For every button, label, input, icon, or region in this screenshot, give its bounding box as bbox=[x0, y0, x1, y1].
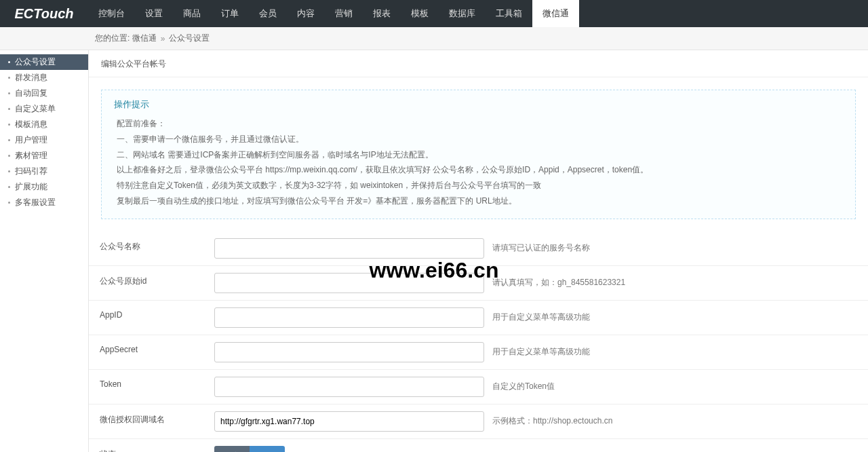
hint-title: 操作提示 bbox=[114, 98, 843, 111]
topbar: ECTouch 控制台设置商品订单会员内容营销报表模板数据库工具箱微信通 bbox=[0, 0, 868, 27]
label-appsecret: AppSecret bbox=[89, 335, 214, 369]
topnav-item-8[interactable]: 模板 bbox=[401, 0, 439, 27]
label-appid: AppID bbox=[89, 301, 214, 335]
topnav-item-11[interactable]: 微信通 bbox=[532, 0, 579, 27]
help-name: 请填写已认证的服务号名称 bbox=[492, 242, 590, 254]
sidebar-item-1[interactable]: 群发消息 bbox=[0, 70, 88, 86]
logo-text: ECTouch bbox=[14, 6, 73, 22]
form: 公众号名称 请填写已认证的服务号名称 公众号原始id 请认真填写，如：gh_84… bbox=[89, 231, 868, 452]
label-name: 公众号名称 bbox=[89, 231, 214, 265]
help-origid: 请认真填写，如：gh_845581623321 bbox=[492, 277, 625, 288]
help-appsecret: 用于自定义菜单等高级功能 bbox=[492, 346, 590, 358]
hint-line-2: 二、网站域名 需要通过ICP备案并正确解析到空间服务器，临时域名与IP地址无法配… bbox=[114, 147, 843, 163]
sidebar-item-7[interactable]: 扫码引荐 bbox=[0, 164, 88, 179]
status-off-button[interactable]: 关闭 bbox=[250, 446, 285, 452]
sidebar-item-0[interactable]: 公众号设置 bbox=[0, 54, 88, 70]
breadcrumb-path2[interactable]: 公众号设置 bbox=[169, 33, 210, 44]
topnav-item-1[interactable]: 设置 bbox=[135, 0, 173, 27]
breadcrumb-prefix: 您的位置: bbox=[95, 33, 130, 44]
page-title: 编辑公众平台帐号 bbox=[89, 50, 868, 77]
breadcrumb: 您的位置: 微信通 » 公众号设置 bbox=[0, 27, 868, 50]
topnav-item-9[interactable]: 数据库 bbox=[439, 0, 486, 27]
logo[interactable]: ECTouch bbox=[0, 0, 88, 27]
help-appid: 用于自定义菜单等高级功能 bbox=[492, 312, 590, 323]
help-callback: 示例格式：http://shop.ectouch.cn bbox=[492, 415, 612, 427]
topnav-item-6[interactable]: 营销 bbox=[325, 0, 363, 27]
main-content: 编辑公众平台帐号 操作提示 配置前准备：一、需要申请一个微信服务号，并且通过微信… bbox=[88, 50, 868, 452]
status-on-button[interactable]: 开启 bbox=[214, 446, 250, 452]
hint-line-3: 以上都准备好之后，登录微信公众号平台 https://mp.weixin.qq.… bbox=[114, 162, 843, 178]
sidebar-item-4[interactable]: 模板消息 bbox=[0, 117, 88, 132]
input-name[interactable] bbox=[214, 238, 484, 259]
topnav-item-0[interactable]: 控制台 bbox=[88, 0, 135, 27]
topnav-item-2[interactable]: 商品 bbox=[173, 0, 211, 27]
chevron-right-icon: » bbox=[161, 34, 165, 43]
sidebar-item-6[interactable]: 素材管理 bbox=[0, 148, 88, 164]
topnav-item-4[interactable]: 会员 bbox=[249, 0, 287, 27]
status-toggle[interactable]: 开启 关闭 bbox=[214, 446, 285, 452]
hint-line-0: 配置前准备： bbox=[114, 116, 843, 132]
input-token[interactable] bbox=[214, 377, 484, 397]
help-token: 自定义的Token值 bbox=[492, 381, 555, 392]
topnav: 控制台设置商品订单会员内容营销报表模板数据库工具箱微信通 bbox=[88, 0, 579, 27]
input-origid[interactable] bbox=[214, 273, 484, 293]
input-callback[interactable] bbox=[214, 411, 484, 432]
hint-line-4: 特别注意自定义Token值，必须为英文或数字，长度为3-32字符，如 weixi… bbox=[114, 178, 843, 193]
topnav-item-7[interactable]: 报表 bbox=[363, 0, 401, 27]
sidebar-item-5[interactable]: 用户管理 bbox=[0, 132, 88, 148]
topnav-item-10[interactable]: 工具箱 bbox=[486, 0, 532, 27]
label-callback: 微信授权回调域名 bbox=[89, 404, 214, 438]
label-origid: 公众号原始id bbox=[89, 266, 214, 300]
sidebar-item-3[interactable]: 自定义菜单 bbox=[0, 101, 88, 117]
label-status: 状态 bbox=[89, 439, 214, 452]
breadcrumb-path1[interactable]: 微信通 bbox=[132, 33, 157, 44]
input-appsecret[interactable] bbox=[214, 342, 484, 362]
topnav-item-5[interactable]: 内容 bbox=[287, 0, 325, 27]
sidebar-item-9[interactable]: 多客服设置 bbox=[0, 195, 88, 210]
hint-box: 操作提示 配置前准备：一、需要申请一个微信服务号，并且通过微信认证。二、网站域名… bbox=[101, 90, 856, 219]
sidebar-item-8[interactable]: 扩展功能 bbox=[0, 179, 88, 195]
topnav-item-3[interactable]: 订单 bbox=[211, 0, 249, 27]
hint-line-5: 复制最后一项自动生成的接口地址，对应填写到微信公众号平台 开发=》基本配置，服务… bbox=[114, 193, 843, 209]
label-token: Token bbox=[89, 370, 214, 404]
sidebar: 公众号设置群发消息自动回复自定义菜单模板消息用户管理素材管理扫码引荐扩展功能多客… bbox=[0, 50, 88, 452]
sidebar-item-2[interactable]: 自动回复 bbox=[0, 86, 88, 101]
hint-line-1: 一、需要申请一个微信服务号，并且通过微信认证。 bbox=[114, 132, 843, 147]
input-appid[interactable] bbox=[214, 307, 484, 328]
